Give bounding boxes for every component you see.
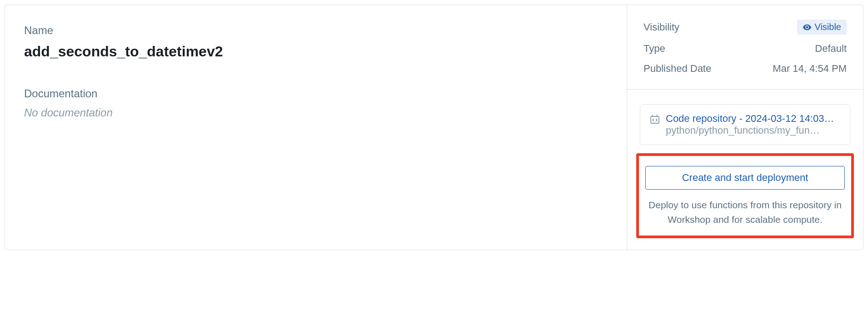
documentation-empty: No documentation [24, 106, 608, 119]
details-panel: Name add_seconds_to_datetimev2 Documenta… [5, 5, 863, 250]
repository-section: Code repository - 2024-03-12 14:03… pyth… [627, 90, 863, 150]
name-value: add_seconds_to_datetimev2 [24, 43, 608, 60]
repository-path: python/python_functions/my_fun… [666, 125, 834, 136]
type-label: Type [644, 43, 665, 55]
code-repository-icon [649, 114, 660, 125]
repository-text: Code repository - 2024-03-12 14:03… pyth… [666, 113, 834, 136]
repository-card[interactable]: Code repository - 2024-03-12 14:03… pyth… [640, 104, 850, 145]
type-row: Type Default [644, 43, 847, 55]
deploy-description: Deploy to use functions from this reposi… [645, 198, 845, 226]
published-label: Published Date [644, 63, 711, 75]
sidebar: Visibility Visible Type Default Publishe… [627, 5, 863, 250]
name-label: Name [24, 24, 608, 37]
visibility-badge: Visible [797, 20, 847, 35]
deploy-section-highlight: Create and start deployment Deploy to us… [636, 153, 854, 238]
metadata-section: Visibility Visible Type Default Publishe… [627, 5, 863, 90]
visibility-row: Visibility Visible [644, 20, 847, 35]
visibility-label: Visibility [644, 21, 679, 33]
documentation-label: Documentation [24, 87, 608, 100]
eye-icon [803, 23, 812, 32]
published-value: Mar 14, 4:54 PM [773, 63, 847, 75]
type-value: Default [815, 43, 847, 55]
repository-title: Code repository - 2024-03-12 14:03… [666, 113, 834, 125]
published-row: Published Date Mar 14, 4:54 PM [644, 63, 847, 75]
create-deployment-button[interactable]: Create and start deployment [645, 166, 845, 190]
visibility-value: Visible [814, 22, 841, 32]
svg-rect-0 [651, 116, 659, 123]
main-content: Name add_seconds_to_datetimev2 Documenta… [5, 5, 627, 250]
